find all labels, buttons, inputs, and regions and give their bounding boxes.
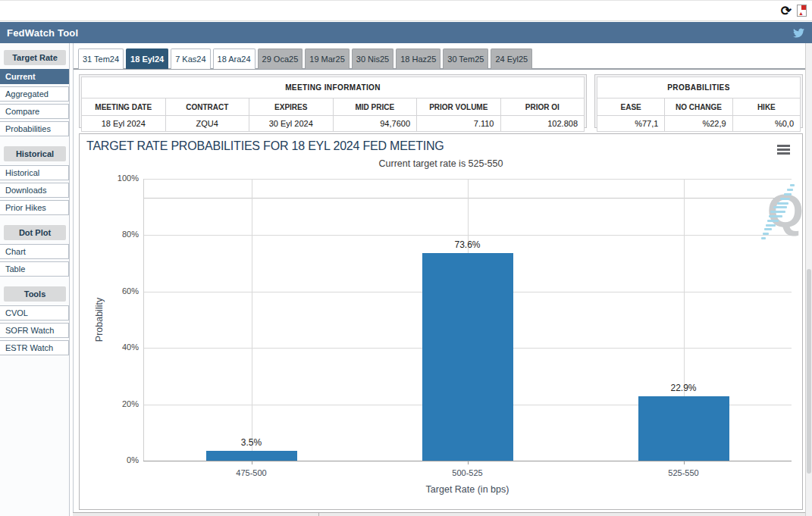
meeting-information-title: MEETING INFORMATION bbox=[82, 77, 585, 99]
cell-value: 18 Eyl 2024 bbox=[82, 116, 166, 132]
y-tick-label: 100% bbox=[80, 174, 139, 183]
probabilities-title: PROBABILITIES bbox=[597, 77, 801, 99]
sidebar-item-probabilities[interactable]: Probabilities bbox=[0, 121, 69, 136]
sidebar-item-cvol[interactable]: CVOL bbox=[0, 305, 69, 321]
y-tick-label: 40% bbox=[80, 342, 139, 352]
column-header: PRIOR VOLUME bbox=[417, 99, 501, 116]
meeting-tab-bar: 31 Tem2418 Eyl247 Kas2418 Ara2429 Oca251… bbox=[74, 43, 805, 70]
probability-bar bbox=[638, 396, 729, 461]
sidebar-section-header: Historical bbox=[4, 146, 66, 161]
sidebar-item-current[interactable]: Current bbox=[0, 69, 69, 84]
tab-18-haz25[interactable]: 18 Haz25 bbox=[396, 48, 440, 69]
cell-value: 7.110 bbox=[417, 116, 501, 132]
content-area: 31 Tem2418 Eyl247 Kas2418 Ara2429 Oca251… bbox=[73, 43, 805, 516]
cell-value: 94,7600 bbox=[333, 116, 417, 132]
sidebar-item-compare[interactable]: Compare bbox=[0, 104, 69, 119]
tab-31-tem24[interactable]: 31 Tem24 bbox=[78, 48, 124, 69]
tab-18-ara24[interactable]: 18 Ara24 bbox=[213, 48, 256, 69]
panel-divider bbox=[318, 513, 319, 516]
bar-value-label: 73.6% bbox=[434, 239, 502, 250]
y-tick-label: 60% bbox=[80, 286, 139, 296]
y-tick-label: 80% bbox=[80, 230, 139, 239]
column-header: CONTRACT bbox=[165, 99, 249, 116]
y-axis-line bbox=[143, 179, 144, 461]
tab-7-kas24[interactable]: 7 Kas24 bbox=[171, 48, 210, 69]
sidebar-item-historical[interactable]: Historical bbox=[0, 165, 69, 180]
probabilities-table: PROBABILITIESEASENO CHANGEHIKE%77,1%22,9… bbox=[597, 77, 801, 132]
x-axis-line bbox=[143, 461, 792, 461]
probability-bar bbox=[206, 451, 297, 461]
tab-19-mar25[interactable]: 19 Mar25 bbox=[305, 48, 349, 69]
sidebar-item-aggregated[interactable]: Aggregated bbox=[0, 86, 69, 102]
next-section-partial bbox=[73, 512, 812, 516]
sidebar-section-header: Target Rate bbox=[4, 50, 66, 65]
refresh-icon[interactable]: ⟳ bbox=[781, 5, 792, 17]
x-category-label: 500-525 bbox=[359, 468, 575, 477]
sidebar-item-sofr-watch[interactable]: SOFR Watch bbox=[0, 323, 69, 338]
cell-value: %0,0 bbox=[732, 116, 800, 132]
column-header: HIKE bbox=[732, 99, 800, 116]
column-header: NO CHANGE bbox=[665, 99, 732, 116]
browser-chrome-strip: ⟳ bbox=[0, 0, 812, 21]
bar-value-label: 22.9% bbox=[650, 383, 718, 393]
column-header: MEETING DATE bbox=[82, 99, 166, 116]
sidebar-item-chart[interactable]: Chart bbox=[0, 244, 69, 259]
sidebar-section-header: Dot Plot bbox=[4, 225, 66, 240]
bar-value-label: 3.5% bbox=[218, 437, 286, 448]
y-axis-title: Probability bbox=[94, 298, 105, 342]
sidebar-item-downloads[interactable]: Downloads bbox=[0, 183, 69, 198]
tab-30-nis25[interactable]: 30 Nis25 bbox=[352, 48, 393, 69]
sidebar-item-prior-hikes[interactable]: Prior Hikes bbox=[0, 200, 69, 215]
pdf-icon[interactable] bbox=[797, 5, 807, 17]
sidebar-item-estr-watch[interactable]: ESTR Watch bbox=[0, 340, 69, 355]
sidebar: Target RateCurrentAggregatedCompareProba… bbox=[0, 43, 70, 516]
cell-value: %22,9 bbox=[665, 116, 732, 132]
tab-24-eyl25[interactable]: 24 Eyl25 bbox=[491, 48, 532, 69]
cell-value: ZQU4 bbox=[165, 116, 249, 132]
x-category-label: 475-500 bbox=[143, 468, 359, 477]
column-header: PRIOR OI bbox=[500, 99, 585, 116]
sidebar-item-table[interactable]: Table bbox=[0, 261, 69, 277]
cell-value: 30 Eyl 2024 bbox=[249, 116, 334, 132]
app-title: FedWatch Tool bbox=[7, 27, 78, 39]
tab-18-eyl24[interactable]: 18 Eyl24 bbox=[126, 48, 168, 69]
column-header: EXPIRES bbox=[249, 99, 334, 116]
probabilities-panel: PROBABILITIESEASENO CHANGEHIKE%77,1%22,9… bbox=[594, 74, 803, 128]
gridline-vertical bbox=[252, 179, 252, 461]
y-tick-label: 20% bbox=[80, 399, 139, 408]
column-header: EASE bbox=[597, 99, 665, 116]
vertical-scrollbar[interactable] bbox=[805, 43, 812, 516]
cell-value: 102.808 bbox=[500, 116, 585, 132]
chart-panel: TARGET RATE PROBABILITIES FOR 18 EYL 202… bbox=[79, 133, 803, 510]
fedwatch-page: ⟳ FedWatch Tool Target RateCurrentAggreg… bbox=[0, 0, 812, 516]
meeting-information-panel: MEETING INFORMATIONMEETING DATECONTRACTE… bbox=[79, 74, 587, 128]
scrollbar-thumb[interactable] bbox=[807, 269, 811, 474]
tab-30-tem25[interactable]: 30 Tem25 bbox=[443, 48, 488, 69]
tab-29-oca25[interactable]: 29 Oca25 bbox=[258, 48, 303, 69]
plot-area: 0%20%40%60%80%100%475-500500-525525-5503… bbox=[80, 134, 802, 509]
column-header: MID PRICE bbox=[333, 99, 417, 116]
header-bar: FedWatch Tool bbox=[0, 22, 812, 43]
twitter-icon[interactable] bbox=[792, 27, 805, 39]
sidebar-section-header: Tools bbox=[4, 286, 66, 302]
probability-bar bbox=[422, 253, 513, 461]
meeting-information-table: MEETING INFORMATIONMEETING DATECONTRACTE… bbox=[81, 77, 585, 132]
x-axis-title: Target Rate (in bps) bbox=[143, 484, 792, 495]
cell-value: %77,1 bbox=[597, 116, 665, 132]
y-tick-label: 0% bbox=[80, 455, 139, 464]
x-category-label: 525-550 bbox=[575, 468, 792, 477]
